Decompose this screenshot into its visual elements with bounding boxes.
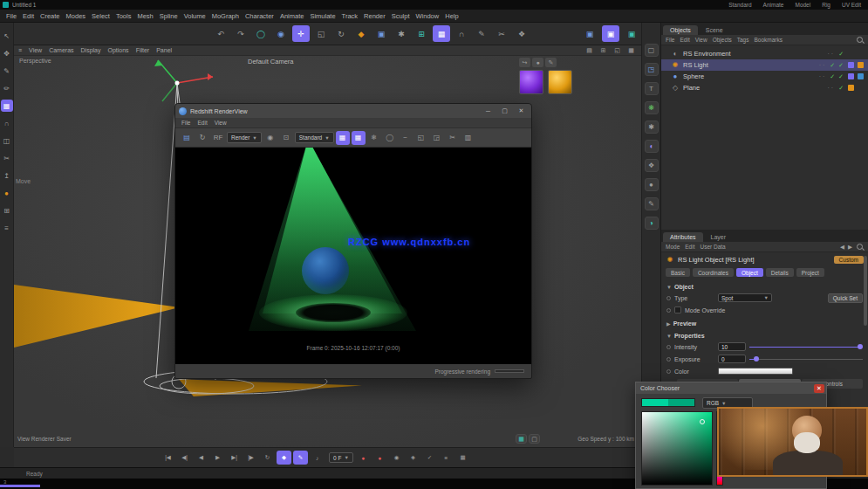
object-tree-item[interactable]: ✺ RS Light ·· ✓ ✓ <box>661 59 868 71</box>
menu-item[interactable]: File <box>6 12 17 20</box>
render-view-menu-item[interactable]: Edit <box>197 120 207 126</box>
quad-view-icon[interactable]: ▦ <box>625 46 637 56</box>
last-tool-icon[interactable]: ◆ <box>352 25 370 42</box>
attribute-section-tab[interactable]: Project <box>796 268 824 277</box>
quick-set-button[interactable]: Quick Set <box>828 293 863 303</box>
visibility-dots[interactable]: ·· <box>827 51 835 57</box>
key-position-icon[interactable]: ◉ <box>389 451 404 465</box>
preview-group-header[interactable]: ▶ Preview <box>661 316 868 328</box>
anim-dot-icon[interactable] <box>666 357 671 362</box>
extrude-icon[interactable]: ↥ <box>1 169 13 182</box>
material-icon[interactable]: ● <box>1 187 13 199</box>
object-tree-item[interactable]: ◐ RS Environment ·· ✓ <box>661 48 868 59</box>
grid-snap-icon[interactable]: ⊞ <box>413 25 430 42</box>
intensity-slider[interactable] <box>749 342 863 351</box>
sound-icon[interactable]: ♪ <box>310 451 325 465</box>
tablet-icon[interactable]: ✎ <box>645 197 659 210</box>
record-key-icon[interactable]: ◆ <box>277 451 291 465</box>
anim-dot-icon[interactable] <box>666 345 671 349</box>
menu-item[interactable]: Volume <box>184 12 206 20</box>
play-icon[interactable]: ▶ <box>210 451 225 465</box>
object-tree-item[interactable]: ◇ Plane ·· ✓ <box>661 82 868 93</box>
scrollbar[interactable] <box>864 256 867 326</box>
snapshot-icon[interactable]: ◉ <box>263 131 277 145</box>
menu-item[interactable]: Modes <box>66 12 86 20</box>
forward-arrow-icon[interactable]: ▶ <box>848 244 852 251</box>
maximize-view-icon[interactable]: ◱ <box>612 46 623 56</box>
viewport-menu-item[interactable]: Panel <box>156 47 172 53</box>
objects-menu-item[interactable]: Edit <box>680 37 689 43</box>
frame-dropdown[interactable]: 0 F ▼ <box>329 452 353 463</box>
search-icon[interactable] <box>856 243 865 251</box>
key-scale-icon[interactable]: ◈ <box>406 451 420 465</box>
menu-item[interactable]: Help <box>445 12 458 20</box>
objects-menu-item[interactable]: File <box>666 37 674 43</box>
knife-icon[interactable]: ✂ <box>1 152 13 164</box>
enabled-check-icon[interactable]: ✓ ✓ <box>830 73 844 80</box>
render-view-titlebar[interactable]: Redshift RenderView ─ ▢ ✕ <box>175 104 531 118</box>
maximize-button[interactable]: ▢ <box>498 106 511 116</box>
saturation-value-picker[interactable] <box>641 411 713 486</box>
object-tree-item[interactable]: ● Sphere ·· ✓ ✓ <box>661 71 868 82</box>
workplane-icon[interactable]: ✎ <box>473 25 490 42</box>
layer-icon[interactable]: ≡ <box>1 222 13 234</box>
attribute-section-tab[interactable]: Coordinates <box>693 268 734 277</box>
tag-icon[interactable] <box>848 73 854 79</box>
menu-item[interactable]: Edit <box>23 12 34 20</box>
pen-icon[interactable]: ✎ <box>1 65 13 77</box>
quantize-icon[interactable]: ▦ <box>433 25 450 42</box>
save-image-icon[interactable]: ▤ <box>180 131 194 145</box>
magnet-icon[interactable]: ∩ <box>1 117 13 129</box>
exposure-field[interactable]: 0 <box>718 355 746 363</box>
attributes-menu-item[interactable]: Mode <box>666 244 680 250</box>
layout-manager-icon[interactable]: ▢ <box>645 44 659 57</box>
tag-icon[interactable] <box>858 62 864 68</box>
close-icon[interactable]: ✕ <box>814 384 824 393</box>
undo-icon[interactable]: ↶ <box>212 25 229 42</box>
timeline-icon[interactable]: ≡ <box>439 451 454 465</box>
tag-icon[interactable] <box>858 51 864 57</box>
render-view-menu-item[interactable]: File <box>181 120 190 126</box>
add-cube-icon[interactable]: ▣ <box>372 25 390 42</box>
gear-icon[interactable]: ✱ <box>645 121 659 134</box>
intensity-field[interactable]: 10 <box>718 342 746 351</box>
color-swatch[interactable] <box>718 368 793 375</box>
compare-a-icon[interactable]: ▦ <box>336 131 350 145</box>
region-toggle-icon[interactable]: RF <box>211 131 225 145</box>
visibility-dots[interactable]: ·· <box>819 73 827 79</box>
viewport-menu-item[interactable]: Display <box>81 47 101 53</box>
region-render-icon[interactable]: ◯ <box>383 131 397 145</box>
attribute-section-tab[interactable]: Details <box>766 268 794 277</box>
layout-item[interactable]: Model <box>795 2 810 8</box>
redo-icon[interactable]: ↷ <box>232 25 249 42</box>
capsule-icon[interactable]: ◖ <box>645 140 659 153</box>
color-cursor[interactable] <box>700 419 705 424</box>
sphere-icon[interactable]: ● <box>645 178 659 191</box>
loop-icon[interactable]: ↻ <box>260 451 275 465</box>
cluster-icon[interactable]: ❋ <box>645 101 659 114</box>
attribute-section-tab[interactable]: Object <box>736 268 763 277</box>
rotate-tool-icon[interactable]: ↻ <box>332 25 350 42</box>
live-select-icon[interactable]: ◯ <box>252 25 270 42</box>
attributes-panel-tab[interactable]: Attributes <box>663 232 703 242</box>
menu-item[interactable]: Track <box>342 12 358 20</box>
type-select[interactable]: Spot ▼ <box>718 293 772 302</box>
crop-icon[interactable]: ⊡ <box>279 131 293 145</box>
axis-gizmo[interactable] <box>154 60 213 101</box>
rectangle-select-icon[interactable]: ◉ <box>272 25 290 42</box>
viewport-menu-icon[interactable]: ≡ <box>18 47 22 53</box>
anim-dot-icon[interactable] <box>666 308 671 313</box>
rendered-image[interactable]: RZCG www.qdnxxfb.cn Frame 0: 2025-10-16 … <box>175 148 531 364</box>
enabled-check-icon[interactable]: ✓ <box>838 51 844 58</box>
objects-menu-item[interactable]: Tags <box>737 37 749 43</box>
generators-icon[interactable]: ✱ <box>393 25 410 42</box>
fcurve-icon[interactable]: ▦ <box>455 451 470 465</box>
attributes-panel-tab[interactable]: Layer <box>704 232 734 242</box>
render-view-menu-item[interactable]: View <box>215 120 227 126</box>
key-rotation-icon[interactable]: ✓ <box>422 451 437 465</box>
view-layout-icon[interactable]: ▤ <box>584 46 595 56</box>
menu-item[interactable]: Character <box>245 12 274 20</box>
move-tool-icon[interactable]: ✛ <box>292 25 310 42</box>
safe-frame-icon[interactable]: ▢ <box>529 434 540 444</box>
grid-icon[interactable]: ▦ <box>1 100 13 112</box>
